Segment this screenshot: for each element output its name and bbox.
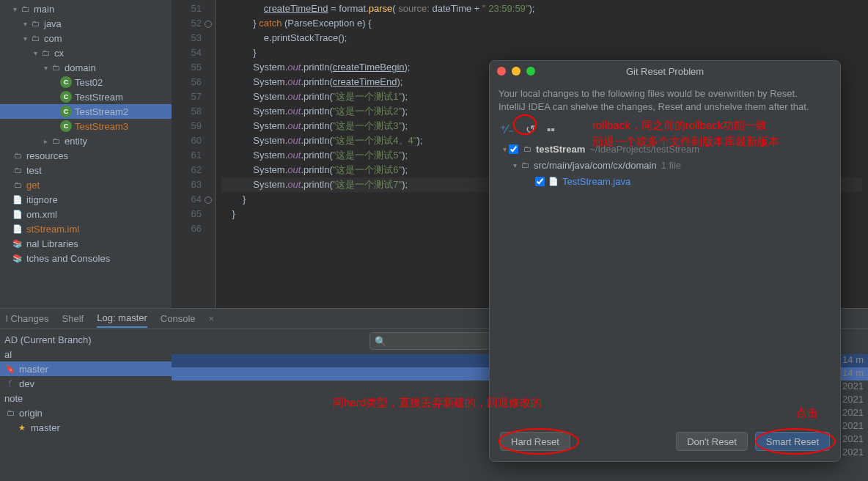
tree-item-teststream2[interactable]: CTestStream2 bbox=[0, 104, 172, 119]
tree-item-main[interactable]: ▾🗀main bbox=[0, 1, 172, 16]
group-icon[interactable]: ▪▪ bbox=[547, 123, 555, 136]
tree-item-teststream3[interactable]: CTestStream3 bbox=[0, 119, 172, 133]
tree-item-test[interactable]: 🗀test bbox=[0, 163, 172, 177]
tree-item-domain[interactable]: ▾🗀domain bbox=[0, 60, 172, 75]
git-reset-dialog: Git Reset Problem Your local changes to … bbox=[489, 60, 841, 462]
file-checkbox[interactable] bbox=[535, 177, 545, 186]
close-icon[interactable]: × bbox=[209, 313, 215, 324]
bookmark-icon: 🔖 bbox=[4, 363, 16, 375]
folder-icon: 🗀 bbox=[12, 150, 23, 161]
branch-list: AD (Current Branch) al 🔖master ᚶdev note… bbox=[0, 329, 172, 481]
folder-icon: 🗀 bbox=[521, 143, 533, 155]
tab-console[interactable]: Console bbox=[161, 310, 196, 327]
tree-item-test02[interactable]: CTest02 bbox=[0, 75, 172, 89]
tree-item-ststream.iml[interactable]: 📄stStream.iml bbox=[0, 221, 172, 236]
tree-item-cx[interactable]: ▾🗀cx bbox=[0, 45, 172, 60]
file-icon: 📄 bbox=[12, 208, 23, 220]
search-icon: 🔍 bbox=[375, 336, 386, 347]
file-icon: 📄 bbox=[12, 194, 23, 205]
branch-dev[interactable]: ᚶdev bbox=[0, 376, 172, 391]
java-file-icon: 📄 bbox=[548, 175, 559, 187]
package-icon: 🗀 bbox=[40, 47, 51, 59]
branch-icon: ᚶ bbox=[4, 378, 16, 389]
dialog-title: Git Reset Problem bbox=[626, 66, 704, 77]
diff-icon[interactable]: ⁺⁄₋ bbox=[500, 122, 514, 136]
tree-item-resources[interactable]: 🗀resources bbox=[0, 148, 172, 163]
tree-item-java[interactable]: ▾🗀java bbox=[0, 16, 172, 31]
tree-item-nal libraries[interactable]: 📚nal Libraries bbox=[0, 236, 172, 251]
package-icon: 🗀 bbox=[50, 135, 62, 147]
tree-item-entity[interactable]: ▸🗀entity bbox=[0, 133, 172, 148]
class-icon: C bbox=[60, 120, 72, 132]
package-icon: 🗀 bbox=[29, 32, 41, 44]
branch-origin-master[interactable]: ★master bbox=[0, 420, 172, 435]
tree-file[interactable]: 📄 TestStream.java bbox=[497, 173, 833, 189]
tree-root[interactable]: ▾ 🗀 testStream ~/IdeaProjects/testStream bbox=[497, 141, 833, 157]
star-icon: ★ bbox=[16, 422, 28, 433]
project-tree: ▾🗀main▾🗀java▾🗀com▾🗀cx▾🗀domainCTest02CTes… bbox=[0, 0, 172, 308]
folder-icon: 🗀 bbox=[12, 179, 23, 191]
branch-local[interactable]: al bbox=[0, 347, 172, 361]
tree-item-tches and consoles[interactable]: 📚tches and Consoles bbox=[0, 251, 172, 265]
hard-reset-button[interactable]: Hard Reset bbox=[500, 432, 570, 451]
tab-shelf[interactable]: Shelf bbox=[62, 310, 84, 327]
class-icon: C bbox=[60, 91, 72, 103]
rollback-icon[interactable]: ↺ bbox=[526, 122, 535, 136]
class-icon: C bbox=[60, 106, 72, 117]
tree-folder[interactable]: ▾ 🗀 src/main/java/com/cx/domain 1 file bbox=[497, 157, 833, 173]
dialog-message: Your local changes to the following file… bbox=[490, 81, 840, 120]
class-icon: C bbox=[60, 76, 72, 88]
folder-icon: 🗀 bbox=[4, 407, 16, 419]
maximize-icon[interactable] bbox=[526, 67, 535, 76]
tab-local-changes[interactable]: l Changes bbox=[6, 310, 49, 327]
dont-reset-button[interactable]: Don't Reset bbox=[676, 432, 748, 451]
tree-item-teststream[interactable]: CTestStream bbox=[0, 89, 172, 104]
dialog-file-tree: ▾ 🗀 testStream ~/IdeaProjects/testStream… bbox=[490, 139, 840, 422]
tree-item-com[interactable]: ▾🗀com bbox=[0, 31, 172, 45]
tab-log[interactable]: Log: master bbox=[97, 309, 147, 328]
branch-remote[interactable]: note bbox=[0, 391, 172, 405]
file-icon: 📄 bbox=[12, 223, 23, 235]
package-icon: 🗀 bbox=[50, 62, 62, 73]
smart-reset-button[interactable]: Smart Reset bbox=[755, 432, 830, 451]
folder-icon: 🗀 bbox=[12, 164, 23, 176]
folder-icon: 🗀 bbox=[519, 159, 531, 171]
folder-icon: 🗀 bbox=[19, 3, 31, 15]
lib-icon: 📚 bbox=[12, 252, 23, 264]
folder-icon: 🗀 bbox=[29, 18, 41, 29]
root-checkbox[interactable] bbox=[509, 144, 518, 154]
lib-icon: 📚 bbox=[12, 238, 23, 249]
branch-head[interactable]: AD (Current Branch) bbox=[0, 332, 172, 347]
branch-master[interactable]: 🔖master bbox=[0, 361, 172, 376]
branch-origin[interactable]: 🗀origin bbox=[0, 405, 172, 420]
tree-item-om.xml[interactable]: 📄om.xml bbox=[0, 207, 172, 221]
tree-item-itignore[interactable]: 📄itignore bbox=[0, 192, 172, 207]
close-icon[interactable] bbox=[497, 67, 506, 76]
minimize-icon[interactable] bbox=[512, 67, 521, 76]
tree-item-get[interactable]: 🗀get bbox=[0, 177, 172, 192]
